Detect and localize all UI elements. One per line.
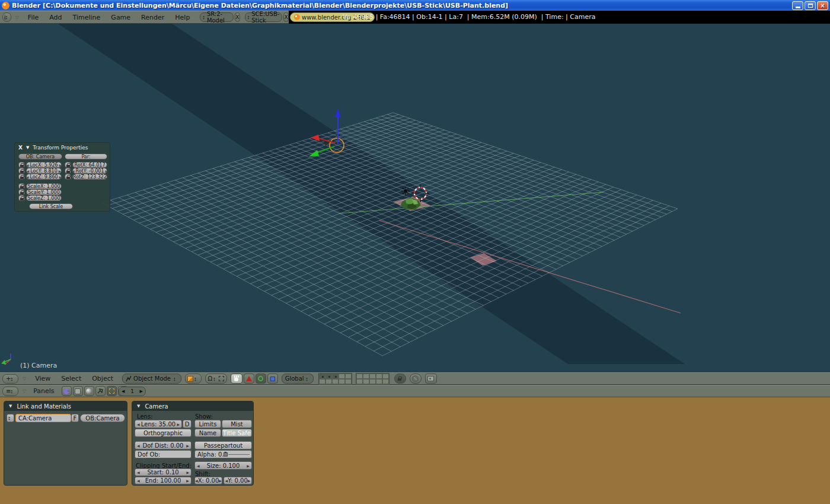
dof-dist-field[interactable]: ◀Dof Dist: 0.00▶	[135, 441, 191, 449]
panel-collapse-icon[interactable]: ▼	[9, 404, 12, 409]
lock-layers-button[interactable]	[394, 374, 406, 384]
menu-help[interactable]: Help	[175, 14, 190, 21]
clip-start-field[interactable]: ◀Start: 0.10▶	[135, 468, 191, 476]
layer-button-5[interactable]	[345, 374, 352, 379]
panels-menu[interactable]: Panels	[33, 387, 54, 395]
roty-field[interactable]: ◀RotY: -0.001▶	[72, 168, 107, 174]
menu-file[interactable]: File	[28, 14, 39, 21]
translate-manipulator-button[interactable]	[244, 374, 254, 384]
rotz-field[interactable]: ◀RotZ: 123.322▶	[72, 174, 107, 180]
layer-button-16[interactable]	[356, 379, 363, 384]
shading-context-button[interactable]	[84, 386, 94, 396]
ob-name-field[interactable]: OB: Camera	[18, 154, 62, 160]
frame-number-field[interactable]: ◀ 1 ▶	[119, 387, 146, 396]
screen-selector[interactable]: ▴▾ SR:2-Model	[200, 12, 234, 22]
passepartout-toggle[interactable]: Passepartout	[194, 441, 252, 449]
clip-end-field[interactable]: ◀End: 100.00▶	[135, 477, 191, 484]
layer-button-20[interactable]	[382, 379, 389, 384]
transform-properties-panel[interactable]: X ▼ Transform Properties OB: Camera Par:…	[14, 142, 110, 212]
layer-button-15[interactable]	[382, 374, 389, 379]
orthographic-button[interactable]: Orthographic	[135, 429, 191, 437]
menu-select[interactable]: Select	[61, 375, 81, 382]
shift-x-field[interactable]: ◀X: 0.00▶	[194, 477, 222, 484]
locy-field[interactable]: ◀LocY: 8.810▶	[26, 168, 62, 174]
object-context-button[interactable]	[95, 386, 106, 396]
layer-button-19[interactable]	[376, 379, 382, 384]
scalex-field[interactable]: ◀ScaleX: 1.000▶	[26, 183, 62, 189]
layer-button-4[interactable]	[339, 374, 345, 379]
shift-y-field[interactable]: ◀Y: 0.00▶	[224, 477, 252, 484]
lens-d-button[interactable]: D	[183, 420, 191, 428]
panel-collapse-icon[interactable]: ▼	[26, 145, 29, 150]
frame-prev-icon[interactable]: ◀	[122, 389, 124, 394]
lock-locy-icon[interactable]	[18, 168, 25, 174]
mist-toggle[interactable]: Mist	[222, 420, 252, 428]
layer-button-14[interactable]	[376, 374, 382, 379]
window-type-button[interactable]: i ▴▾	[2, 12, 11, 22]
lock-roty-icon[interactable]	[65, 168, 71, 174]
scene-browse-icon[interactable]: ▴▾	[248, 15, 250, 20]
layer-button-2[interactable]	[325, 374, 332, 379]
scene-selector[interactable]: ▴▾ SCE:USB-Stick	[245, 12, 283, 22]
layer-button-11[interactable]	[356, 374, 363, 379]
window-titlebar[interactable]: Blender [C:\Dokumente und Einstellungen\…	[0, 0, 830, 11]
close-button[interactable]: ×	[817, 1, 828, 10]
camera-data-browse-button[interactable]: ▴▾	[7, 414, 14, 422]
collapse-header-icon[interactable]: ▽	[15, 15, 19, 20]
layer-button-9[interactable]	[339, 379, 345, 384]
layer-button-17[interactable]	[363, 379, 369, 384]
menu-render[interactable]: Render	[141, 14, 164, 21]
rotate-manipulator-button[interactable]	[256, 374, 266, 384]
layer-button-7[interactable]	[325, 379, 332, 384]
menu-add[interactable]: Add	[49, 14, 62, 21]
menu-game[interactable]: Game	[111, 14, 130, 21]
minimize-button[interactable]	[792, 1, 803, 10]
size-field[interactable]: ◀Size: 0.100▶	[194, 461, 252, 470]
lock-rotx-icon[interactable]	[65, 162, 71, 168]
link-scale-button[interactable]: Link Scale	[29, 203, 73, 209]
mode-dropdown[interactable]: Object Mode ▴▾	[122, 374, 181, 384]
menu-object[interactable]: Object	[92, 375, 113, 382]
scale-manipulator-button[interactable]	[267, 374, 278, 384]
layer-button-6[interactable]	[319, 379, 325, 384]
lock-scaley-icon[interactable]	[18, 189, 25, 195]
pivot-stepper-icon[interactable]: ▴▾	[213, 377, 215, 381]
lock-scalez-icon[interactable]	[18, 195, 25, 201]
layer-button-3[interactable]	[332, 374, 339, 379]
locz-field[interactable]: ◀LocZ: 9.860▶	[26, 174, 62, 180]
move-centers-icon[interactable]	[219, 376, 224, 381]
alpha-slider-knob[interactable]	[224, 452, 228, 457]
dof-ob-field[interactable]: Dof Ob:	[135, 450, 191, 458]
layer-button-8[interactable]	[332, 379, 339, 384]
limits-toggle[interactable]: Limits	[194, 420, 221, 428]
lock-rotz-icon[interactable]	[65, 174, 71, 180]
lock-scalex-icon[interactable]	[18, 183, 25, 189]
title-safe-toggle[interactable]: Title Safe	[222, 429, 252, 437]
logic-context-button[interactable]	[62, 386, 72, 396]
layer-button-12[interactable]	[363, 374, 369, 379]
scalez-field[interactable]: ◀ScaleZ: 1.000▶	[26, 195, 62, 201]
camera-panel-header[interactable]: ▼ Camera	[132, 401, 253, 411]
draw-type-dropdown[interactable]: ▴▾	[185, 374, 202, 384]
layer-button-18[interactable]	[369, 379, 376, 384]
render-preview-button[interactable]	[425, 374, 437, 384]
buttons-collapse-icon[interactable]: ▽	[23, 388, 26, 394]
menu-timeline[interactable]: Timeline	[73, 14, 101, 21]
name-toggle[interactable]: Name	[194, 429, 221, 437]
lens-slider[interactable]: ◀Lens: 35.00▶	[135, 420, 182, 428]
scene-delete-button[interactable]: X	[283, 12, 289, 22]
viewport-3d[interactable]: (1) Camera X ▼ Transform Properties OB: …	[0, 24, 830, 372]
frame-next-icon[interactable]: ▶	[140, 389, 143, 394]
viewport-collapse-icon[interactable]: ▽	[23, 376, 26, 381]
fake-user-button[interactable]: F	[71, 414, 79, 422]
rotx-field[interactable]: ◀RotX: 64.017▶	[72, 162, 107, 168]
layer-button-1[interactable]	[319, 374, 325, 379]
panel-collapse-icon[interactable]: ▼	[137, 404, 140, 409]
panel-close-icon[interactable]: X	[18, 145, 23, 151]
manipulator-z-arrow[interactable]	[335, 109, 341, 117]
object-name-field[interactable]: OB:Camera	[80, 414, 125, 422]
screen-browse-icon[interactable]: ▴▾	[203, 15, 205, 20]
restore-button[interactable]	[805, 1, 816, 10]
manipulator-toggle-button[interactable]	[231, 374, 242, 384]
link-materials-header[interactable]: ▼ Link and Materials	[4, 401, 127, 411]
